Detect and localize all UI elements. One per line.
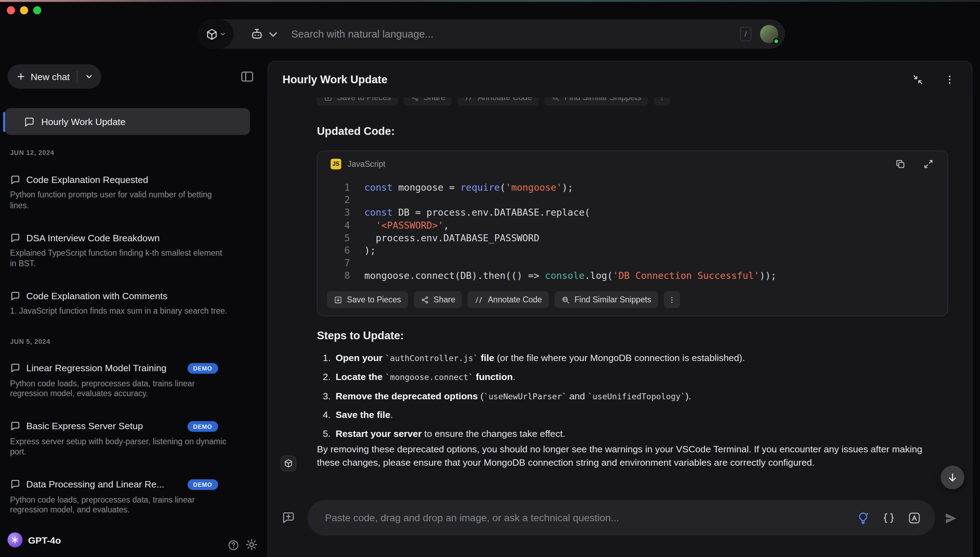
chat-item-description: Python code loads, preprocesses data, tr… — [10, 495, 229, 515]
zoom-window-button[interactable] — [33, 7, 41, 15]
line-number: 1 — [317, 181, 350, 194]
chat-item-title-row: DSA Interview Code Breakdown — [10, 231, 229, 244]
extract-text-icon[interactable] — [908, 511, 921, 525]
chat-item-description: Explained TypeScript function finding k-… — [10, 248, 229, 269]
kebab-icon — [667, 295, 676, 304]
window-top-gradient — [0, 0, 980, 2]
copilot-menu-button[interactable] — [250, 27, 280, 41]
composer — [307, 500, 935, 535]
date-divider: JUN 12, 2024 — [10, 148, 243, 156]
line-number: 5 — [317, 232, 350, 244]
code-lines: 1const mongoose = require('mongoose');2 … — [317, 176, 948, 282]
step-item: 5.Restart your server to ensure the chan… — [317, 424, 930, 443]
close-window-button[interactable] — [7, 7, 15, 15]
sidebar-item-active-chat[interactable]: Hourly Work Update — [5, 108, 250, 135]
chat-item-description: Express server setup with body-parser, l… — [10, 436, 229, 457]
minimize-window-button[interactable] — [20, 7, 28, 15]
code-line: 7 — [317, 257, 948, 270]
code-action-bar: Save to PiecesShareAnnotate CodeFind Sim… — [327, 291, 680, 308]
step-item: 4.Save the file. — [317, 406, 930, 424]
new-chat-button[interactable]: New chat — [7, 64, 101, 88]
save-to-pieces-button[interactable]: Save to Pieces — [327, 291, 408, 308]
app-menu-button[interactable] — [197, 19, 234, 49]
user-avatar[interactable] — [760, 25, 778, 43]
demo-badge: DEMO — [187, 479, 218, 490]
chevron-down-icon[interactable] — [84, 72, 93, 81]
line-number: 6 — [317, 244, 350, 257]
code-text: mongoose.connect(DB).then(() => console.… — [364, 270, 776, 282]
chat-item-title: Basic Express Server Setup — [26, 420, 143, 431]
steps-heading: Steps to Update: — [317, 329, 404, 342]
pieces-logo-icon — [284, 459, 293, 468]
braces-icon[interactable] — [882, 511, 896, 525]
message-input[interactable] — [325, 512, 856, 523]
add-context-icon[interactable] — [282, 511, 296, 525]
share-icon — [420, 295, 429, 304]
chat-list-item[interactable]: Data Processing and Linear Re...DEMOPyth… — [10, 478, 229, 515]
code-line: 1const mongoose = require('mongoose'); — [317, 181, 948, 194]
new-chat-label: New chat — [31, 71, 70, 82]
active-chat-title: Hourly Work Update — [41, 116, 125, 127]
action-label: Share — [433, 295, 455, 305]
send-icon[interactable] — [944, 511, 958, 526]
slash-shortcut-hint: / — [740, 27, 751, 41]
chat-panel: Hourly Work Update Save to PiecesShareAn… — [268, 61, 973, 557]
code-line: 3const DB = process.env.DATABASE.replace… — [317, 207, 948, 219]
steps-list: 1.Open your `authController.js` file (or… — [317, 349, 930, 443]
code-text: const mongoose = require('mongoose'); — [364, 181, 573, 194]
chat-item-description: 1. JavaScript function finds max sum in … — [10, 306, 229, 316]
chat-history-list: JUN 12, 2024Code Explanation RequestedPy… — [10, 148, 243, 536]
code-line: 2 — [317, 194, 948, 207]
step-item: 3.Remove the deprecated options (`useNew… — [317, 387, 930, 406]
window-controls — [7, 7, 41, 15]
settings-icon[interactable] — [245, 538, 258, 551]
lightbulb-icon[interactable] — [856, 511, 870, 525]
code-block-header: JS JavaScript — [317, 151, 948, 176]
chat-bubble-icon — [10, 290, 20, 301]
chat-item-title: Code Explanation Requested — [26, 174, 148, 185]
chat-list-item[interactable]: Linear Regression Model TrainingDEMOPyth… — [10, 362, 229, 399]
step-number: 1. — [317, 349, 330, 367]
collapse-icon[interactable] — [912, 73, 924, 85]
line-number: 8 — [317, 270, 350, 282]
copilot-icon — [250, 27, 264, 41]
step-item: 1.Open your `authController.js` file (or… — [317, 349, 930, 368]
more-actions-button[interactable] — [664, 291, 680, 308]
annotate-icon — [475, 295, 483, 304]
chat-list-item[interactable]: Code Explanation RequestedPython functio… — [10, 173, 229, 211]
chevron-down-icon — [219, 31, 226, 37]
chat-bubble-icon — [10, 479, 20, 489]
help-icon[interactable] — [228, 539, 239, 551]
action-label: Find Similar Snippets — [574, 295, 651, 305]
step-item: 2.Locate the `mongoose.connect` function… — [317, 368, 930, 387]
chat-bubble-icon — [10, 174, 20, 185]
chat-item-description: Python function prompts user for valid n… — [10, 190, 229, 211]
scroll-to-bottom-button[interactable] — [941, 466, 965, 490]
step-number: 2. — [317, 368, 330, 386]
copy-icon[interactable] — [895, 158, 905, 169]
search-code-icon — [561, 295, 570, 304]
save-icon — [334, 295, 342, 304]
gpt-logo-icon — [7, 533, 23, 547]
app-window: / New chat Hourly Work Update JUN 12, 20… — [0, 0, 980, 557]
share-button[interactable]: Share — [413, 291, 462, 308]
kebab-menu-icon[interactable] — [944, 73, 956, 85]
code-language-label: JavaScript — [347, 159, 385, 169]
updated-code-heading: Updated Code: — [317, 125, 394, 138]
pieces-avatar — [281, 456, 296, 471]
chat-list-item[interactable]: Basic Express Server SetupDEMOExpress se… — [10, 420, 229, 457]
model-selector[interactable]: GPT-4o — [7, 533, 61, 547]
expand-icon[interactable] — [923, 158, 934, 169]
annotate-code-button[interactable]: Annotate Code — [468, 291, 549, 308]
button-divider — [77, 70, 77, 83]
demo-badge: DEMO — [187, 421, 218, 431]
search-input[interactable] — [291, 28, 740, 40]
find-similar-snippets-button[interactable]: Find Similar Snippets — [555, 291, 658, 308]
code-line: 6); — [317, 244, 948, 257]
action-label: Save to Pieces — [347, 295, 401, 305]
chat-list-item[interactable]: Code Explanation with Comments1. JavaScr… — [10, 289, 229, 316]
code-text: const DB = process.env.DATABASE.replace( — [364, 207, 590, 219]
sidebar-toggle-icon[interactable] — [240, 70, 254, 84]
chat-list-item[interactable]: DSA Interview Code BreakdownExplained Ty… — [10, 231, 229, 269]
global-search-bar: / — [197, 19, 785, 49]
